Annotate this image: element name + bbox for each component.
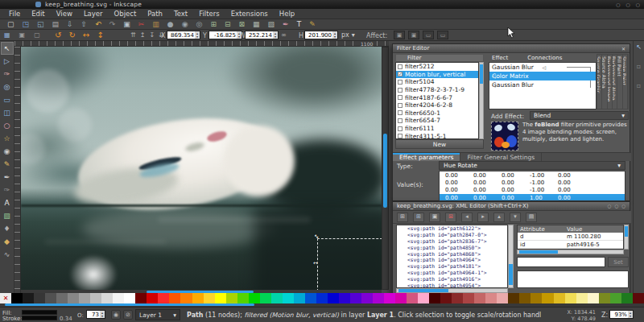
stroke-color-swatch[interactable] xyxy=(22,316,57,320)
raise-icon[interactable]: ↥ xyxy=(140,31,146,39)
ellipse-tool[interactable]: ○ xyxy=(1,119,14,132)
affect-rotate-icon[interactable]: ▣ xyxy=(408,31,419,39)
select-all-icon[interactable]: ▦ xyxy=(4,31,10,39)
fill-color-swatch[interactable] xyxy=(22,310,57,315)
palette-swatch-45[interactable] xyxy=(519,293,530,303)
height-spinner[interactable]: ▴▾ xyxy=(332,31,337,39)
palette-swatch-36[interactable] xyxy=(418,293,429,303)
palette-swatch-37[interactable] xyxy=(429,293,440,303)
palette-swatch-14[interactable] xyxy=(169,293,180,303)
zoom-spinner[interactable]: ▴▾ xyxy=(628,311,633,318)
x-spinner[interactable]: ▴▾ xyxy=(195,31,200,39)
snap-bbox-icon[interactable]: ▫ xyxy=(637,64,641,70)
palette-swatch-55[interactable] xyxy=(633,293,644,303)
close-icon[interactable]: ○ xyxy=(636,0,640,9)
filter-list-item[interactable]: filter4204-6-2-8 xyxy=(396,101,478,109)
filter-list-item[interactable]: filter5104 xyxy=(396,78,478,86)
star-tool[interactable]: ☆ xyxy=(1,132,14,145)
palette-swatch-23[interactable] xyxy=(271,293,283,303)
palette-swatch-20[interactable] xyxy=(237,293,249,303)
palette-swatch-28[interactable] xyxy=(328,293,339,303)
opacity-input[interactable] xyxy=(87,311,100,318)
new-filter-button[interactable]: New xyxy=(395,139,484,149)
canvas-vertical-scrollbar[interactable] xyxy=(382,47,389,290)
import-icon[interactable]: ⇩ xyxy=(67,21,73,28)
filter-checkbox[interactable] xyxy=(398,134,402,138)
attribute-name-input[interactable] xyxy=(517,257,605,267)
tweak-tool[interactable]: ✑ xyxy=(1,68,14,80)
palette-swatch-22[interactable] xyxy=(260,293,271,303)
cut-icon[interactable]: ✂ xyxy=(138,21,145,28)
attribute-table-scrollbar[interactable] xyxy=(624,225,629,250)
redo-icon[interactable]: ↷ xyxy=(109,21,116,28)
box3d-tool[interactable]: ◫ xyxy=(1,106,14,119)
node-tool[interactable]: ▷ xyxy=(1,55,14,68)
xml-node[interactable]: <svg:path id="path4954"> xyxy=(397,283,507,288)
opacity-spinner[interactable]: ▴▾ xyxy=(100,311,105,318)
filter-checkbox[interactable] xyxy=(398,95,402,100)
xml-node[interactable]: <svg:path id="path6122"> xyxy=(397,225,507,232)
height-input[interactable] xyxy=(305,31,332,39)
scale-handle-w[interactable]: ↔ xyxy=(313,260,318,266)
filter-checkbox[interactable] xyxy=(398,64,402,69)
delete-node-icon[interactable]: ⊠ xyxy=(445,213,456,222)
palette-swatch-2[interactable] xyxy=(34,293,45,303)
snap-enable-icon[interactable]: ↖ xyxy=(636,44,642,51)
palette-swatch-39[interactable] xyxy=(452,293,463,303)
effect-row[interactable]: Gaussian Blur◁ xyxy=(489,80,596,89)
lower-icon[interactable]: ↧ xyxy=(149,31,155,39)
zoom-input[interactable] xyxy=(610,311,628,318)
menu-help[interactable]: Help xyxy=(274,9,300,19)
spinner-down-icon[interactable]: ▾ xyxy=(101,315,103,318)
connection-triangle-icon[interactable]: ◁ xyxy=(492,73,496,79)
palette-swatch-16[interactable] xyxy=(192,293,204,303)
rotate-ccw-icon[interactable]: ↺ xyxy=(55,31,61,39)
new-text-node-icon[interactable]: ⊞ xyxy=(413,213,424,222)
palette-swatch-31[interactable] xyxy=(361,293,373,303)
text-dialog-icon[interactable]: T xyxy=(297,21,302,28)
open-document-icon[interactable]: ◳ xyxy=(23,21,30,28)
ungroup-icon[interactable]: ▧ xyxy=(268,21,275,28)
scrollbar-thumb[interactable] xyxy=(5,303,254,306)
deselect-icon[interactable]: ▢ xyxy=(34,31,40,39)
scrollbar-thumb[interactable] xyxy=(480,64,483,84)
xml-node[interactable]: <svg:path id="path4868"> xyxy=(397,251,507,258)
canvas[interactable]: ↔ ↕ ↔ xyxy=(21,47,382,290)
palette-swatch-19[interactable] xyxy=(226,293,237,303)
y-input[interactable] xyxy=(209,31,237,39)
horizontal-ruler[interactable] xyxy=(14,41,389,47)
vertical-ruler[interactable] xyxy=(14,47,21,293)
calligraphy-tool[interactable]: ✑ xyxy=(1,184,14,196)
units-dropdown[interactable]: px ▾ xyxy=(341,31,355,39)
copy-icon[interactable]: ▣ xyxy=(123,21,130,28)
move-node-down-icon[interactable]: ▾ xyxy=(510,213,521,222)
filter-list-item[interactable]: ✓Motion blur, vertical xyxy=(396,71,478,79)
spinner-down-icon[interactable]: ▾ xyxy=(275,35,276,39)
maximize-icon[interactable]: ○ xyxy=(626,0,630,9)
palette-swatch-52[interactable] xyxy=(599,293,610,303)
palette-swatch-12[interactable] xyxy=(147,293,158,303)
matrix-row[interactable]: 0.000.000.00-1.000.00 xyxy=(440,187,625,194)
xml-editor-titlebar[interactable]: keep_breathing.svg: XML Editor (Shift+Ct… xyxy=(393,202,630,211)
matrix-row[interactable]: 0.000.000.001.000.00 xyxy=(440,194,625,201)
width-spinner[interactable]: ▴▾ xyxy=(273,31,278,39)
filter-checkbox[interactable] xyxy=(398,118,402,123)
xml-node[interactable]: <svg:path id="path2847-0"> xyxy=(397,232,507,238)
filter-list-item[interactable]: filter4778-2-3-7-1-9 xyxy=(396,86,478,94)
layer-lock-icon[interactable]: ⊘ xyxy=(123,310,133,320)
tab-effect-parameters[interactable]: Effect parameters xyxy=(393,153,460,161)
pencil-tool[interactable]: ✎ xyxy=(1,158,14,171)
flip-horizontal-icon[interactable]: ↔ xyxy=(83,31,89,39)
palette-swatch-27[interactable] xyxy=(316,293,328,303)
close-icon[interactable]: ○ xyxy=(621,204,625,208)
menu-extensions[interactable]: Extensions xyxy=(225,9,274,19)
filter-editor-titlebar[interactable]: Filter Editor ✕ xyxy=(393,44,630,53)
move-node-up-icon[interactable]: ▴ xyxy=(493,213,505,222)
palette-swatch-38[interactable] xyxy=(440,293,452,303)
minimize-icon[interactable]: ○ xyxy=(616,0,620,9)
connector-tool[interactable]: ∿ xyxy=(1,248,14,261)
attribute-value-editor[interactable] xyxy=(517,270,629,288)
connection-triangle-icon[interactable]: ◁ xyxy=(492,82,496,88)
scrollbar-thumb[interactable] xyxy=(509,264,513,285)
palette-swatch-5[interactable] xyxy=(68,293,79,303)
